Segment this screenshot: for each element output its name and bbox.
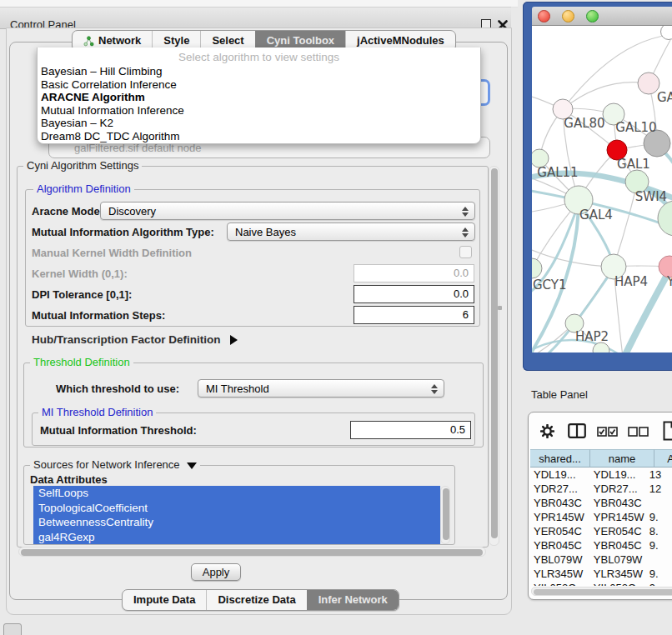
column-header-name[interactable]: name — [590, 449, 654, 468]
apply-button[interactable]: Apply — [191, 563, 241, 581]
table-cell[interactable]: YLR345W — [586, 567, 646, 581]
kernel-width-input[interactable]: 0.0 — [354, 264, 474, 282]
aracne-mode-label: Aracne Mode: — [32, 205, 103, 218]
network-canvas[interactable]: GALGAL80GAL10GAL1GAL11SWI4GAL4GCY1HAP4YH… — [532, 26, 672, 352]
table-cell[interactable]: YBR045C — [586, 538, 646, 552]
settings-hscrollbar[interactable] — [18, 547, 486, 557]
table-row[interactable]: YPR145WYPR145W9. — [530, 510, 672, 524]
table-cell[interactable]: YBL079W — [530, 552, 586, 567]
manual-kernel-checkbox[interactable] — [459, 246, 472, 258]
hub-definition-section[interactable]: Hub/Transcription Factor Definition — [32, 333, 238, 346]
settings-vscrollbar[interactable] — [489, 166, 499, 546]
table-cell[interactable] — [646, 552, 672, 567]
split-columns-icon[interactable] — [568, 423, 586, 442]
attribute-item-betweennesscentrality[interactable]: BetweennessCentrality — [33, 515, 440, 530]
mi-type-combo[interactable]: Naive Bayes — [227, 222, 475, 241]
attribute-item-selfloops[interactable]: SelfLoops — [33, 486, 440, 501]
table-cell[interactable]: 13 — [646, 468, 672, 482]
select-checks-icon[interactable] — [597, 426, 619, 441]
settings-hscrollbar-thumb[interactable] — [21, 549, 483, 556]
table-row[interactable]: YLR345WYLR345W9. — [530, 567, 672, 581]
new-table-icon[interactable] — [663, 421, 672, 444]
gear-icon[interactable] — [540, 424, 554, 442]
algorithm-dropdown[interactable]: Select algorithm to view settings Bayesi… — [37, 48, 481, 144]
algorithm-option-aracne-algorithm[interactable]: ARACNE Algorithm — [38, 91, 480, 104]
which-threshold-combo[interactable]: MI Threshold — [198, 379, 444, 398]
algorithm-option-bayesian-hill-climbing[interactable]: Bayesian – Hill Climbing — [38, 65, 480, 78]
expand-right-icon[interactable] — [230, 335, 238, 345]
dock-panel-icon[interactable] — [3, 623, 22, 635]
table-cell[interactable]: 9. — [646, 538, 672, 552]
table-row[interactable]: YER054CYER054C8. — [530, 524, 672, 538]
mi-type-value: Naive Bayes — [235, 226, 296, 238]
table-cell[interactable] — [646, 496, 672, 510]
mi-steps-input[interactable]: 6 — [354, 306, 474, 324]
mi-type-label: Mutual Information Algorithm Type: — [32, 226, 214, 238]
network-window-titlebar[interactable] — [532, 7, 672, 26]
dpi-tolerance-input[interactable]: 0.0 — [354, 285, 474, 303]
attributes-list-vscrollbar[interactable] — [440, 486, 450, 544]
network-node[interactable] — [658, 201, 672, 236]
clear-checks-icon[interactable] — [628, 426, 649, 441]
table-row[interactable]: YBL079WYBL079W — [530, 552, 672, 567]
collapse-down-icon[interactable] — [187, 462, 197, 469]
table-cell[interactable]: YDR27... — [530, 482, 586, 496]
table-cell[interactable]: YIL052C — [586, 581, 646, 586]
network-node-gcy1[interactable] — [532, 258, 542, 278]
table-row[interactable]: YDR27...YDR27...12 — [530, 482, 672, 496]
table-row[interactable]: YBR043CYBR043C — [530, 496, 672, 510]
attributes-list-vscrollbar-thumb[interactable] — [443, 488, 449, 540]
traffic-light-minimize-icon[interactable] — [562, 10, 574, 22]
table-cell[interactable]: YLR345W — [530, 567, 586, 581]
dpi-tolerance-label: DPI Tolerance [0,1]: — [32, 288, 132, 301]
table-row[interactable]: YDL19...YDL19...13 — [530, 468, 672, 482]
table-cell[interactable]: YBL079W — [586, 552, 646, 567]
table-cell[interactable]: YPR145W — [530, 510, 586, 524]
bottom-tab-infer-network[interactable]: Infer Network — [307, 590, 399, 610]
which-threshold-value: MI Threshold — [206, 382, 269, 395]
settings-vscrollbar-thumb[interactable] — [491, 168, 498, 538]
table-cell[interactable]: YBR043C — [530, 496, 586, 510]
attribute-item-topologicalcoefficient[interactable]: TopologicalCoefficient — [33, 501, 440, 516]
table-cell[interactable]: YDR27... — [586, 482, 646, 496]
data-attributes-list[interactable]: SelfLoopsTopologicalCoefficientBetweenne… — [33, 486, 440, 544]
table-cell[interactable]: YER054C — [586, 524, 646, 538]
table-cell[interactable]: 9. — [646, 567, 672, 581]
table-cell[interactable]: YDL19... — [530, 468, 586, 482]
table-cell[interactable]: 9. — [646, 510, 672, 524]
bottom-tab-discretize-data[interactable]: Discretize Data — [206, 590, 306, 610]
table-cell[interactable]: 12 — [646, 482, 672, 496]
hub-definition-label: Hub/Transcription Factor Definition — [32, 333, 221, 346]
table-hscrollbar[interactable] — [531, 587, 672, 596]
table-cell[interactable]: YER054C — [530, 524, 586, 538]
table-cell[interactable]: YIL052C — [530, 581, 586, 586]
algorithm-option-bayesian-k2[interactable]: Bayesian – K2 — [38, 117, 480, 130]
table-cell[interactable]: 8. — [646, 524, 672, 538]
table-cell[interactable]: YDL19... — [586, 468, 646, 482]
aracne-mode-value: Discovery — [108, 205, 156, 218]
aracne-mode-combo[interactable]: Discovery — [100, 202, 475, 220]
table-cell[interactable]: YBR045C — [530, 538, 586, 552]
network-node-label: HAP4 — [614, 274, 648, 289]
dropdown-item-list: Bayesian – Hill ClimbingBasic Correlatio… — [38, 65, 480, 142]
traffic-light-close-icon[interactable] — [538, 10, 550, 22]
algorithm-option-dream8-dc-tdc-algorithm[interactable]: Dream8 DC_TDC Algorithm — [38, 130, 480, 143]
table-row[interactable]: YIL052CYIL052C9. — [530, 581, 672, 586]
column-header-shared[interactable]: shared... — [530, 449, 590, 468]
table-hscrollbar-thumb[interactable] — [534, 589, 672, 595]
table-panel-title: Table Panel — [531, 388, 588, 401]
algorithm-option-basic-correlation-inference[interactable]: Basic Correlation Inference — [38, 78, 480, 92]
bottom-tab-impute-data[interactable]: Impute Data — [123, 590, 206, 610]
table-rows: YDL19...YDL19...13YDR27...YDR27...12YBR0… — [530, 468, 672, 586]
attribute-item-gal4rgexp[interactable]: gal4RGexp — [33, 530, 440, 545]
table-cell[interactable]: YBR043C — [586, 496, 646, 510]
column-header-a[interactable]: A — [654, 449, 672, 468]
table-row[interactable]: YBR045CYBR045C9. — [530, 538, 672, 552]
table-cell[interactable]: 9. — [646, 581, 672, 586]
network-node[interactable] — [661, 26, 672, 40]
table-cell[interactable]: YPR145W — [586, 510, 646, 524]
traffic-light-zoom-icon[interactable] — [586, 10, 599, 22]
panel-splitter-handle[interactable] — [498, 306, 502, 310]
algorithm-option-mutual-information-inference[interactable]: Mutual Information Inference — [38, 104, 480, 118]
mi-threshold-input[interactable]: 0.5 — [350, 421, 471, 439]
